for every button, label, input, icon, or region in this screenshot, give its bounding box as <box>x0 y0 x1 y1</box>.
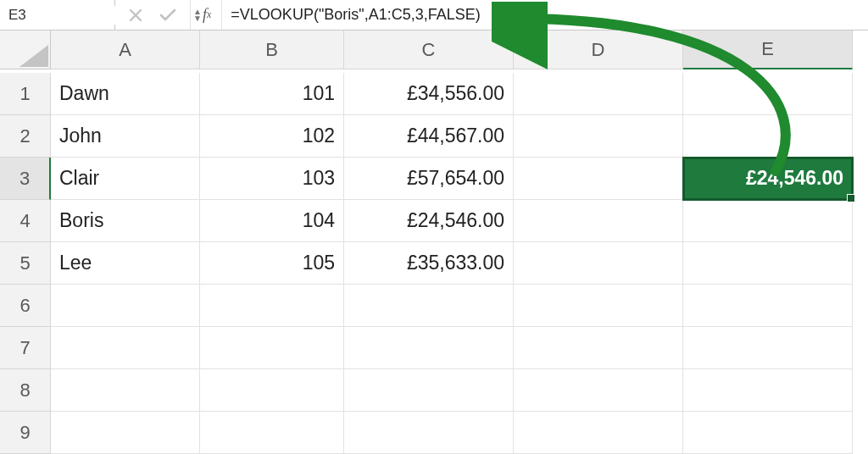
cell-D2[interactable] <box>514 115 683 158</box>
name-box-container: ▲ ▼ <box>0 0 115 30</box>
cell-E3[interactable]: £24,546.00 <box>683 158 853 200</box>
cell-A9[interactable] <box>51 412 200 454</box>
cell-E2[interactable] <box>683 115 853 158</box>
cell-A2[interactable]: John <box>51 115 200 158</box>
cell-B2[interactable]: 102 <box>200 115 344 158</box>
col-header-B[interactable]: B <box>200 30 344 69</box>
cell-D4[interactable] <box>514 200 683 242</box>
cell-A4[interactable]: Boris <box>51 200 200 242</box>
cell-C3[interactable]: £57,654.00 <box>344 158 514 200</box>
row-header-7[interactable]: 7 <box>0 327 51 369</box>
cell-D5[interactable] <box>514 242 683 285</box>
cell-D9[interactable] <box>514 412 683 454</box>
cell-B8[interactable] <box>200 369 344 412</box>
row-header-4[interactable]: 4 <box>0 200 51 242</box>
fx-label[interactable]: fx <box>191 0 222 30</box>
cell-C8[interactable] <box>344 369 514 412</box>
cell-E5[interactable] <box>683 242 853 285</box>
cancel-icon[interactable] <box>129 8 142 22</box>
cell-B4[interactable]: 104 <box>200 200 344 242</box>
cell-B1[interactable]: 101 <box>200 73 344 115</box>
cell-E1[interactable] <box>683 73 853 115</box>
cell-A8[interactable] <box>51 369 200 412</box>
cell-C6[interactable] <box>344 285 514 327</box>
cell-A3[interactable]: Clair <box>51 158 200 200</box>
cell-E8[interactable] <box>683 369 853 412</box>
cell-C9[interactable] <box>344 412 514 454</box>
row-header-8[interactable]: 8 <box>0 369 51 412</box>
cell-E7[interactable] <box>683 327 853 369</box>
cell-A1[interactable]: Dawn <box>51 73 200 115</box>
cell-C4[interactable]: £24,546.00 <box>344 200 514 242</box>
cell-B9[interactable] <box>200 412 344 454</box>
cell-D8[interactable] <box>514 369 683 412</box>
row-header-3[interactable]: 3 <box>0 158 51 200</box>
row-header-6[interactable]: 6 <box>0 285 51 327</box>
col-header-D[interactable]: D <box>514 30 683 69</box>
cell-D3[interactable] <box>514 158 683 200</box>
row-header-5[interactable]: 5 <box>0 242 51 285</box>
cell-E6[interactable] <box>683 285 853 327</box>
select-all-corner[interactable] <box>0 30 51 69</box>
cell-C5[interactable]: £35,633.00 <box>344 242 514 285</box>
cell-D7[interactable] <box>514 327 683 369</box>
row-header-2[interactable]: 2 <box>0 115 51 158</box>
col-header-A[interactable]: A <box>51 30 200 69</box>
cell-B3[interactable]: 103 <box>200 158 344 200</box>
cell-B5[interactable]: 105 <box>200 242 344 285</box>
col-header-C[interactable]: C <box>344 30 514 69</box>
row-header-9[interactable]: 9 <box>0 412 51 454</box>
cell-E4[interactable] <box>683 200 853 242</box>
cell-E9[interactable] <box>683 412 853 454</box>
formula-bar-buttons <box>115 0 191 30</box>
cell-B6[interactable] <box>200 285 344 327</box>
formula-input[interactable] <box>222 0 868 30</box>
cell-D1[interactable] <box>514 73 683 115</box>
cell-A7[interactable] <box>51 327 200 369</box>
confirm-icon[interactable] <box>159 8 176 22</box>
row-header-1[interactable]: 1 <box>0 73 51 115</box>
col-header-E[interactable]: E <box>683 30 853 69</box>
cell-B7[interactable] <box>200 327 344 369</box>
cell-C7[interactable] <box>344 327 514 369</box>
cell-D6[interactable] <box>514 285 683 327</box>
cell-C2[interactable]: £44,567.00 <box>344 115 514 158</box>
cell-A6[interactable] <box>51 285 200 327</box>
formula-bar: ▲ ▼ fx <box>0 0 868 30</box>
cell-A5[interactable]: Lee <box>51 242 200 285</box>
spreadsheet-grid: A B C D E 1 Dawn 101 £34,556.00 2 John 1… <box>0 30 868 454</box>
cell-C1[interactable]: £34,556.00 <box>344 73 514 115</box>
